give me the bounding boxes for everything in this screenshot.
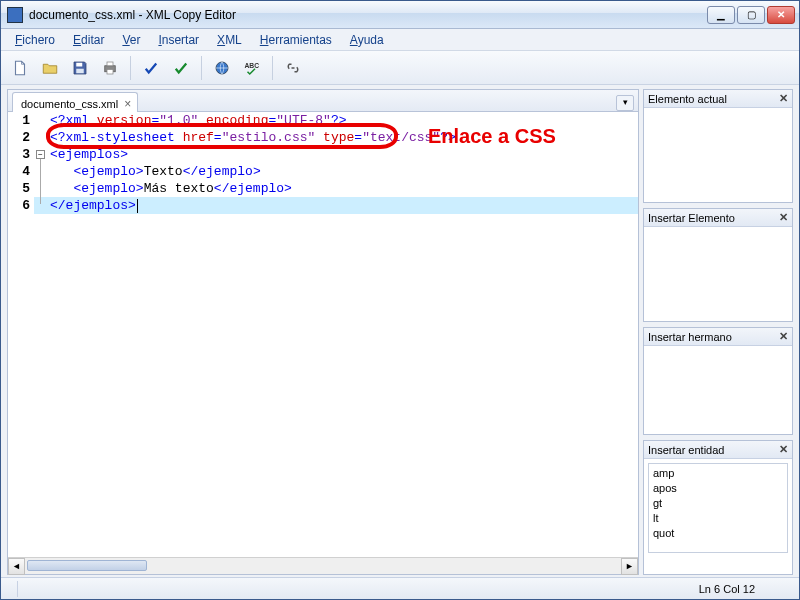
- svg-rect-0: [76, 62, 82, 66]
- check-green-button[interactable]: [168, 55, 194, 81]
- menu-ver[interactable]: Ver: [114, 31, 148, 49]
- menu-herramientas[interactable]: Herramientas: [252, 31, 340, 49]
- tab-label: documento_css.xml: [21, 98, 118, 110]
- link-button[interactable]: [280, 55, 306, 81]
- menu-editar[interactable]: Editar: [65, 31, 112, 49]
- toolbar-separator: [272, 56, 273, 80]
- new-file-button[interactable]: [7, 55, 33, 81]
- panel-close-icon[interactable]: ✕: [779, 443, 788, 456]
- menubar: Fichero Editar Ver Insertar XML Herramie…: [1, 29, 799, 51]
- annotation-label: Enlace a CSS: [428, 125, 556, 148]
- browser-button[interactable]: [209, 55, 235, 81]
- menu-insertar-label: nsertar: [162, 33, 199, 47]
- menu-herramientas-label: erramientas: [268, 33, 331, 47]
- svg-rect-4: [107, 69, 113, 74]
- panel-title: Elemento actual: [648, 93, 727, 105]
- menu-ayuda[interactable]: Ayuda: [342, 31, 392, 49]
- code-line[interactable]: </ejemplos>: [50, 197, 638, 214]
- fold-toggle-icon[interactable]: −: [36, 150, 45, 159]
- close-button[interactable]: ✕: [767, 6, 795, 24]
- minimize-button[interactable]: ▁: [707, 6, 735, 24]
- spellcheck-button[interactable]: ABC: [239, 55, 265, 81]
- menu-insertar[interactable]: Insertar: [150, 31, 207, 49]
- check-blue-button[interactable]: [138, 55, 164, 81]
- app-window: documento_css.xml - XML Copy Editor ▁ ▢ …: [0, 0, 800, 600]
- panel-close-icon[interactable]: ✕: [779, 211, 788, 224]
- scroll-right-button[interactable]: ►: [621, 558, 638, 575]
- panel-close-icon[interactable]: ✕: [779, 92, 788, 105]
- code-editor[interactable]: 1 2 3 4 5 6 − <?xml version="1.0" encodi…: [8, 112, 638, 557]
- panel-body: amp apos gt lt quot: [644, 459, 792, 574]
- scroll-left-button[interactable]: ◄: [8, 558, 25, 575]
- menu-fichero-label: ichero: [22, 33, 55, 47]
- panel-insert-element: Insertar Elemento✕: [643, 208, 793, 322]
- fold-line: [40, 159, 41, 204]
- document-tabbar: documento_css.xml × ▾: [8, 90, 638, 112]
- fold-gutter: −: [34, 112, 48, 159]
- panel-current-element: Elemento actual✕: [643, 89, 793, 203]
- cursor-position: Ln 6 Col 12: [699, 583, 791, 595]
- line-number: 6: [8, 197, 34, 214]
- list-item[interactable]: gt: [653, 496, 783, 511]
- code-line[interactable]: <ejemplo>Texto</ejemplo>: [50, 163, 638, 180]
- panel-body: [644, 108, 792, 202]
- list-item[interactable]: apos: [653, 481, 783, 496]
- entity-list[interactable]: amp apos gt lt quot: [648, 463, 788, 553]
- svg-rect-1: [76, 68, 84, 73]
- scroll-thumb[interactable]: [27, 560, 147, 571]
- svg-text:ABC: ABC: [245, 62, 260, 69]
- line-number: 5: [8, 180, 34, 197]
- tab-close-icon[interactable]: ×: [124, 97, 131, 111]
- titlebar: documento_css.xml - XML Copy Editor ▁ ▢ …: [1, 1, 799, 29]
- panel-title: Insertar hermano: [648, 331, 732, 343]
- menu-fichero[interactable]: Fichero: [7, 31, 63, 49]
- content-area: documento_css.xml × ▾ 1 2 3 4 5 6 −: [1, 85, 799, 577]
- menu-ayuda-label: yuda: [358, 33, 384, 47]
- panel-body: [644, 346, 792, 434]
- editor-pane: documento_css.xml × ▾ 1 2 3 4 5 6 −: [7, 89, 639, 575]
- save-button[interactable]: [67, 55, 93, 81]
- menu-editar-label: ditar: [81, 33, 104, 47]
- text-cursor: [137, 199, 138, 213]
- side-panels: Elemento actual✕ Insertar Elemento✕ Inse…: [643, 89, 793, 575]
- print-button[interactable]: [97, 55, 123, 81]
- svg-rect-3: [107, 62, 113, 66]
- panel-body: [644, 227, 792, 321]
- menu-xml[interactable]: XML: [209, 31, 250, 49]
- line-number: 4: [8, 163, 34, 180]
- scroll-track[interactable]: [25, 558, 621, 574]
- code-line[interactable]: <ejemplo>Más texto</ejemplo>: [50, 180, 638, 197]
- panel-insert-entity: Insertar entidad✕ amp apos gt lt quot: [643, 440, 793, 575]
- panel-title: Insertar entidad: [648, 444, 724, 456]
- tab-menu-button[interactable]: ▾: [616, 95, 634, 111]
- app-icon: [7, 7, 23, 23]
- list-item[interactable]: quot: [653, 526, 783, 541]
- maximize-button[interactable]: ▢: [737, 6, 765, 24]
- horizontal-scrollbar[interactable]: ◄ ►: [8, 557, 638, 574]
- line-number: 3: [8, 146, 34, 163]
- code-line[interactable]: <ejemplos>: [50, 146, 638, 163]
- panel-close-icon[interactable]: ✕: [779, 330, 788, 343]
- line-number: 2: [8, 129, 34, 146]
- statusbar: Ln 6 Col 12: [1, 577, 799, 599]
- menu-xml-label: ML: [225, 33, 242, 47]
- list-item[interactable]: amp: [653, 466, 783, 481]
- open-file-button[interactable]: [37, 55, 63, 81]
- toolbar: ABC: [1, 51, 799, 85]
- window-title: documento_css.xml - XML Copy Editor: [29, 8, 707, 22]
- document-tab[interactable]: documento_css.xml ×: [12, 92, 138, 112]
- status-separator: [17, 581, 18, 597]
- line-number-gutter: 1 2 3 4 5 6: [8, 112, 34, 214]
- menu-ver-label: er: [130, 33, 141, 47]
- panel-insert-sibling: Insertar hermano✕: [643, 327, 793, 435]
- toolbar-separator: [130, 56, 131, 80]
- list-item[interactable]: lt: [653, 511, 783, 526]
- line-number: 1: [8, 112, 34, 129]
- toolbar-separator: [201, 56, 202, 80]
- panel-title: Insertar Elemento: [648, 212, 735, 224]
